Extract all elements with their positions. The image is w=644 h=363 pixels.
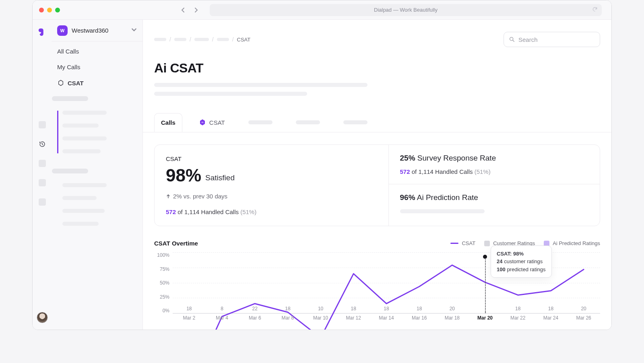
- sidebar-item-my-calls[interactable]: My Calls: [57, 64, 137, 70]
- sidebar-item-csat-label: CSAT: [68, 80, 84, 87]
- sidebar-skeleton-subgroup: [57, 111, 137, 153]
- skeleton: [296, 120, 320, 124]
- sidebar-item-all-calls[interactable]: All Calls: [57, 48, 137, 55]
- skeleton: [62, 149, 101, 153]
- x-tick-label: Mar 20: [469, 315, 502, 325]
- nav-rail: [33, 20, 52, 330]
- x-tick-label: Mar 24: [535, 315, 568, 325]
- reload-button[interactable]: [592, 6, 598, 13]
- history-icon: [39, 140, 46, 148]
- prediction-pct: 96%: [400, 193, 415, 202]
- tooltip-csat-value: 98%: [513, 251, 524, 257]
- rail-nav-group: [39, 121, 46, 206]
- metrics-panel: CSAT 98% Satisfied 2% vs. prev 30 days 5…: [154, 144, 600, 226]
- sidebar-item-csat[interactable]: CSAT: [57, 79, 137, 87]
- handled-pct: (51%): [240, 208, 256, 215]
- handled-count: 572: [400, 168, 410, 175]
- skeleton: [62, 222, 99, 226]
- tooltip-csat-label: CSAT:: [497, 251, 512, 257]
- minimize-window-button[interactable]: [47, 8, 52, 12]
- rail-item-placeholder[interactable]: [39, 198, 46, 206]
- metric-csat-delta-text: 2% vs. prev 30 days: [173, 193, 227, 200]
- metric-csat-value: 98% Satisfied: [166, 165, 377, 186]
- org-badge: W: [57, 25, 68, 36]
- app-body: W Westward360 All Calls My Calls CSAT: [33, 20, 611, 330]
- tab-placeholder[interactable]: [289, 114, 327, 130]
- tab-csat[interactable]: Ai CSAT: [192, 113, 232, 132]
- skeleton: [343, 120, 367, 124]
- tab-placeholder[interactable]: [336, 114, 374, 130]
- skeleton: [62, 196, 97, 200]
- sidebar-nav: All Calls My Calls CSAT: [52, 41, 142, 93]
- close-window-button[interactable]: [39, 8, 44, 12]
- chevron-right-icon: [194, 8, 198, 12]
- address-bar-title: Dialpad — Work Beautifully: [374, 7, 438, 13]
- metric-csat-suffix: Satisfied: [205, 173, 235, 182]
- search-input-wrapper[interactable]: [504, 32, 600, 47]
- window-controls: [39, 8, 60, 12]
- metric-csat-number: 98%: [166, 165, 201, 186]
- ai-hex-icon: Ai: [199, 119, 206, 126]
- rail-item-placeholder[interactable]: [39, 160, 46, 167]
- legend-item-predicted: Ai Predicted Ratings: [544, 240, 600, 246]
- rail-item-placeholder[interactable]: [39, 121, 46, 128]
- rail-item-history[interactable]: [39, 140, 46, 148]
- chart-title: CSAT Overtime: [154, 240, 198, 247]
- tab-calls[interactable]: Calls: [154, 113, 182, 132]
- main-content: / / / / CSAT Ai CSAT Calls: [143, 20, 611, 330]
- legend-item-csat: CSAT: [450, 240, 475, 246]
- org-name: Westward360: [72, 27, 127, 34]
- x-tick-label: Mar 4: [206, 315, 239, 325]
- metric-survey-rate: 25% Survey Response Rate 572 of 1,114 Ha…: [389, 145, 600, 184]
- tooltip-cust-count: 24: [497, 258, 502, 264]
- handled-count: 572: [166, 208, 176, 215]
- skeleton: [154, 83, 367, 87]
- rail-item-placeholder[interactable]: [39, 179, 46, 186]
- tab-csat-label: CSAT: [209, 119, 225, 126]
- skeleton: [62, 124, 99, 128]
- svg-text:Ai: Ai: [201, 121, 203, 124]
- sidebar-skeleton-group: [52, 93, 142, 226]
- dialpad-logo-icon: [38, 27, 47, 36]
- chart-marker-line: [485, 257, 486, 313]
- x-tick-label: Mar 14: [370, 315, 403, 325]
- page-title: Ai CSAT: [154, 61, 600, 76]
- chart-x-axis: Mar 2Mar 4Mar 6Mar 8Mar 10Mar 12Mar 14Ma…: [173, 315, 600, 325]
- address-bar[interactable]: Dialpad — Work Beautifully: [210, 4, 602, 16]
- page-topbar: / / / / CSAT: [154, 32, 600, 47]
- org-switcher[interactable]: W Westward360: [52, 20, 142, 41]
- nav-forward-button[interactable]: [190, 4, 202, 16]
- survey-pct: 25%: [400, 154, 415, 162]
- skeleton: [248, 120, 272, 124]
- skeleton: [62, 136, 107, 140]
- chevron-down-icon: [131, 27, 137, 34]
- tab-placeholder[interactable]: [242, 114, 279, 130]
- tooltip-pred-count: 100: [497, 266, 506, 272]
- metric-handled-calls: 572 of 1,114 Handled Calls (51%): [400, 168, 589, 175]
- search-input[interactable]: [518, 36, 595, 43]
- y-tick-label: 75%: [154, 266, 169, 272]
- metric-handled-calls: 572 of 1,114 Handled Calls (51%): [166, 208, 377, 215]
- metric-prediction-rate: 96% Ai Prediction Rate: [389, 184, 600, 222]
- legend-label: CSAT: [462, 240, 475, 246]
- x-tick-label: Mar 8: [271, 315, 304, 325]
- avatar[interactable]: [37, 312, 48, 323]
- chart-plot-area: 18822181018181820181820 CSAT: 98% 24 cus…: [173, 252, 600, 314]
- app-window: Dialpad — Work Beautifully: [32, 0, 612, 330]
- y-tick-label: 0%: [154, 308, 169, 314]
- metric-right-column: 25% Survey Response Rate 572 of 1,114 Ha…: [388, 145, 600, 226]
- survey-label: Survey Response Rate: [417, 154, 496, 162]
- x-tick-label: Mar 16: [403, 315, 436, 325]
- maximize-window-button[interactable]: [55, 8, 60, 12]
- nav-back-button[interactable]: [178, 4, 189, 16]
- skeleton: [174, 38, 186, 41]
- handled-pct: (51%): [475, 168, 491, 175]
- tabs: Calls Ai CSAT: [143, 113, 611, 132]
- app-logo[interactable]: [38, 27, 47, 36]
- y-tick-label: 100%: [154, 252, 169, 258]
- x-tick-label: Mar 12: [337, 315, 370, 325]
- chart-y-axis: 100%75%50%25%0%: [154, 252, 173, 314]
- skeleton: [217, 38, 229, 41]
- y-tick-label: 50%: [154, 280, 169, 286]
- csat-hex-icon: [57, 79, 64, 87]
